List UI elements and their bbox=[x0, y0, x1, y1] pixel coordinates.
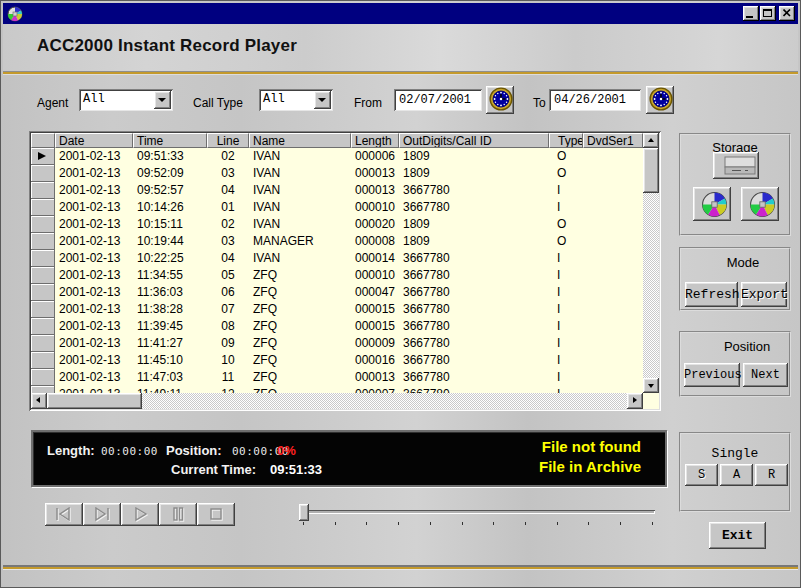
slider-thumb[interactable] bbox=[299, 504, 309, 521]
skip-forward-button[interactable] bbox=[83, 503, 121, 526]
column-header-name[interactable]: Name bbox=[249, 133, 351, 148]
cell: 3667780 bbox=[399, 284, 549, 301]
cell: 08 bbox=[207, 318, 249, 335]
from-date-picker-button[interactable] bbox=[486, 86, 514, 114]
vertical-scroll-thumb[interactable] bbox=[643, 148, 659, 193]
cell: 3667780 bbox=[399, 369, 549, 386]
row-selector[interactable] bbox=[31, 386, 55, 393]
column-header-time[interactable]: Time bbox=[133, 133, 207, 148]
row-selector[interactable] bbox=[31, 301, 55, 318]
cell: 2001-02-13 bbox=[55, 318, 133, 335]
minimize-button[interactable] bbox=[743, 6, 759, 21]
cell: O bbox=[549, 165, 583, 182]
table-row[interactable]: 2001-02-1311:45:1010ZFQ0000163667780I bbox=[31, 352, 643, 369]
row-selector[interactable] bbox=[31, 250, 55, 267]
maximize-button[interactable] bbox=[760, 6, 776, 21]
horizontal-scroll-thumb[interactable] bbox=[47, 393, 142, 409]
single-r-button[interactable]: R bbox=[755, 464, 788, 486]
scroll-right-button[interactable] bbox=[627, 393, 643, 409]
cell: 1809 bbox=[399, 148, 549, 165]
table-row[interactable]: 2001-02-1311:36:0306ZFQ0000473667780I bbox=[31, 284, 643, 301]
cd-drive-1-button[interactable] bbox=[693, 187, 731, 221]
skip-back-button[interactable] bbox=[45, 503, 83, 526]
column-header-outdigits-call-id[interactable]: OutDigits/Call ID bbox=[399, 133, 549, 148]
pause-button[interactable] bbox=[159, 503, 197, 526]
column-header-dvdser1[interactable]: DvdSer1 bbox=[583, 133, 643, 148]
seek-slider[interactable] bbox=[297, 503, 657, 525]
table-row[interactable]: 2001-02-1310:19:4403MANAGER0000081809O bbox=[31, 233, 643, 250]
previous-button[interactable]: Previous bbox=[684, 363, 740, 387]
column-header-length[interactable]: Length bbox=[351, 133, 399, 148]
skip-forward-icon bbox=[91, 507, 113, 522]
stop-button[interactable] bbox=[197, 503, 235, 526]
cell: MANAGER bbox=[249, 233, 351, 250]
hard-drive-button[interactable] bbox=[713, 152, 759, 179]
row-selector[interactable] bbox=[31, 199, 55, 216]
call-type-dropdown-button[interactable] bbox=[314, 91, 331, 109]
from-date-field[interactable]: 02/07/2001 bbox=[394, 89, 482, 111]
row-selector[interactable] bbox=[31, 335, 55, 352]
table-row[interactable]: 2001-02-1309:52:5704IVAN0000133667780I bbox=[31, 182, 643, 199]
row-selector[interactable] bbox=[31, 216, 55, 233]
next-button[interactable]: Next bbox=[743, 363, 788, 387]
cd-drive-2-button[interactable] bbox=[741, 187, 779, 221]
row-selector[interactable] bbox=[31, 233, 55, 250]
row-selector[interactable] bbox=[31, 318, 55, 335]
vertical-scrollbar[interactable] bbox=[643, 133, 659, 393]
cell: IVAN bbox=[249, 148, 351, 165]
exit-button[interactable]: Exit bbox=[709, 522, 766, 549]
scroll-up-button[interactable] bbox=[643, 133, 659, 148]
close-button[interactable] bbox=[779, 6, 795, 21]
table-row[interactable]: 2001-02-1310:22:2504IVAN0000143667780I bbox=[31, 250, 643, 267]
agent-dropdown[interactable]: All bbox=[79, 89, 173, 111]
row-selector[interactable] bbox=[31, 148, 55, 165]
column-header-date[interactable]: Date bbox=[55, 133, 133, 148]
row-selector[interactable] bbox=[31, 284, 55, 301]
row-selector[interactable] bbox=[31, 267, 55, 284]
call-type-dropdown[interactable]: All bbox=[259, 89, 333, 111]
slider-tick bbox=[493, 522, 494, 525]
scroll-left-button[interactable] bbox=[31, 393, 47, 409]
row-selector[interactable] bbox=[31, 165, 55, 182]
cell: 3667780 bbox=[399, 267, 549, 284]
table-row[interactable]: 2001-02-1309:51:3302IVAN0000061809O bbox=[31, 148, 643, 165]
playback-display: Length: 00:00:00 Position: 00:00:00 0% F… bbox=[31, 430, 667, 487]
cell: 09:51:33 bbox=[133, 148, 207, 165]
position-label: Position: bbox=[166, 443, 222, 458]
to-date-picker-button[interactable] bbox=[646, 86, 674, 114]
cell: 1809 bbox=[399, 165, 549, 182]
table-body: 2001-02-1309:51:3302IVAN0000061809O2001-… bbox=[31, 148, 643, 393]
cell: ZFQ bbox=[249, 318, 351, 335]
agent-label: Agent bbox=[37, 96, 68, 110]
export-button[interactable]: Export bbox=[741, 282, 787, 307]
table-row[interactable]: 2001-02-1311:39:4508ZFQ0000153667780I bbox=[31, 318, 643, 335]
table-row[interactable]: 2001-02-1311:49:1112ZFQ0000073667780I bbox=[31, 386, 643, 393]
table-row[interactable]: 2001-02-1311:47:0311ZFQ0000133667780I bbox=[31, 369, 643, 386]
table-row[interactable]: 2001-02-1311:41:2709ZFQ0000093667780I bbox=[31, 335, 643, 352]
table-row[interactable]: 2001-02-1309:52:0903IVAN0000131809O bbox=[31, 165, 643, 182]
refresh-button[interactable]: Refresh bbox=[685, 282, 738, 307]
row-selector[interactable] bbox=[31, 182, 55, 199]
cell bbox=[583, 318, 643, 335]
single-s-button[interactable]: S bbox=[685, 464, 718, 486]
agent-dropdown-button[interactable] bbox=[154, 91, 171, 109]
slider-tick bbox=[303, 522, 304, 525]
table-row[interactable]: 2001-02-1311:38:2807ZFQ0000153667780I bbox=[31, 301, 643, 318]
table-row[interactable]: 2001-02-1310:15:1102IVAN0000201809O bbox=[31, 216, 643, 233]
cell: I bbox=[549, 250, 583, 267]
to-date-field[interactable]: 04/26/2001 bbox=[549, 89, 641, 111]
table-row[interactable]: 2001-02-1311:34:5505ZFQ0000103667780I bbox=[31, 267, 643, 284]
row-selector[interactable] bbox=[31, 369, 55, 386]
scroll-down-button[interactable] bbox=[643, 378, 659, 393]
cell: 10:22:25 bbox=[133, 250, 207, 267]
app-window: ACC2000 Instant Record Player Agent All … bbox=[0, 0, 801, 588]
column-header-line[interactable]: Line bbox=[207, 133, 249, 148]
single-a-button[interactable]: A bbox=[720, 464, 753, 486]
row-selector[interactable] bbox=[31, 352, 55, 369]
column-header-type[interactable]: Type bbox=[549, 133, 583, 148]
horizontal-scrollbar[interactable] bbox=[31, 393, 643, 409]
cell: 2001-02-13 bbox=[55, 301, 133, 318]
cell bbox=[583, 352, 643, 369]
table-row[interactable]: 2001-02-1310:14:2601IVAN0000103667780I bbox=[31, 199, 643, 216]
play-button[interactable] bbox=[121, 503, 159, 526]
